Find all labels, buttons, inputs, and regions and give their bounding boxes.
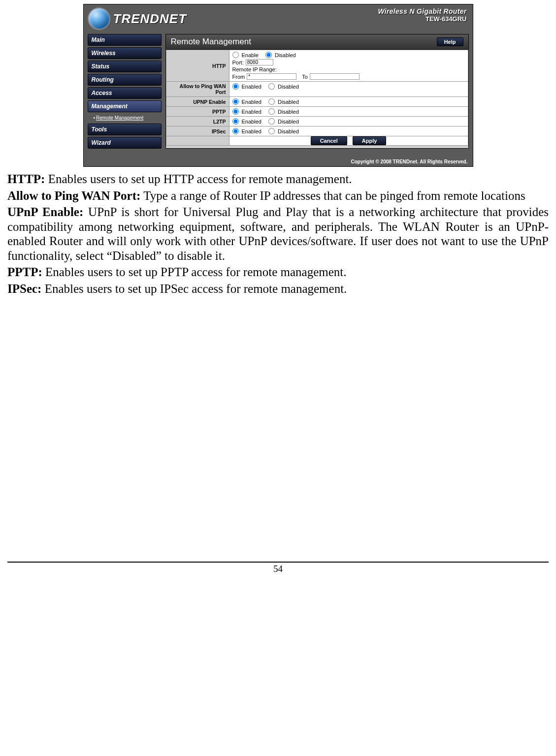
ipsec-disabled-label: Disabled	[278, 128, 299, 134]
nav-tools[interactable]: Tools	[88, 124, 162, 135]
router-screenshot: TRENDNET Wireless N Gigabit Router TEW-6…	[83, 4, 473, 167]
copyright: Copyright © 2008 TRENDnet. All Rights Re…	[84, 158, 473, 166]
nav-sub-remote[interactable]: •Remote Management	[88, 114, 162, 122]
http-enable-radio[interactable]	[232, 52, 239, 58]
nav-access[interactable]: Access	[88, 87, 162, 99]
http-port-label: Port:	[232, 60, 244, 65]
doc-ipsec-b: IPSec:	[7, 282, 41, 295]
model-block: Wireless N Gigabit Router TEW-634GRU	[378, 7, 466, 23]
doc-text: HTTP: Enables users to set up HTTP acces…	[7, 172, 549, 296]
router-header: TRENDNET Wireless N Gigabit Router TEW-6…	[84, 4, 473, 32]
brand-logo: TRENDNET	[88, 7, 187, 30]
footer-rule	[7, 562, 549, 563]
nav-main[interactable]: Main	[88, 34, 162, 46]
main-panel: Remote Management Help HTTP Enable Disab…	[165, 34, 469, 149]
http-from-label: From	[232, 74, 245, 80]
nav-sub-link[interactable]: Remote Management	[96, 115, 143, 121]
doc-pptp-t: Enables users to set up PPTP access for …	[42, 265, 347, 279]
action-row: Cancel Apply	[229, 136, 468, 146]
nav-wizard[interactable]: Wizard	[88, 137, 162, 149]
ipsec-enabled-label: Enabled	[242, 128, 262, 134]
pptp-enabled-radio[interactable]	[232, 108, 239, 115]
http-from-input[interactable]	[247, 73, 296, 80]
panel-title: Remote Management	[171, 37, 251, 47]
nav-wireless[interactable]: Wireless	[88, 47, 162, 59]
row-http-label: HTTP	[166, 50, 229, 82]
row-ipsec-label: IPSec	[166, 126, 229, 136]
doc-upnp-b: UPnP Enable:	[7, 205, 83, 219]
model-title: Wireless N Gigabit Router	[378, 7, 466, 15]
row-pptp-label: PPTP	[166, 107, 229, 117]
row-http-controls: Enable Disabled Port: Remote IP Range: F…	[229, 50, 468, 82]
http-to-input[interactable]	[310, 73, 360, 80]
apply-button[interactable]: Apply	[353, 136, 387, 145]
l2tp-disabled-label: Disabled	[278, 119, 299, 125]
http-to-label: To	[302, 74, 308, 80]
brand-orb-icon	[88, 7, 110, 30]
http-disabled-radio[interactable]	[265, 52, 272, 58]
ping-enabled-label: Enabled	[242, 84, 262, 90]
row-actions-spacer	[166, 136, 229, 146]
doc-ping-t: Type a range of Router IP addresses that…	[140, 189, 525, 202]
doc-http-t: Enables users to set up HTTP access for …	[45, 172, 352, 186]
upnp-enabled-label: Enabled	[242, 99, 262, 105]
upnp-disabled-label: Disabled	[278, 99, 299, 105]
ping-disabled-label: Disabled	[278, 84, 299, 90]
doc-pptp-b: PPTP:	[7, 265, 42, 279]
model-sub: TEW-634GRU	[378, 15, 466, 23]
doc-ipsec-t: Enables users to set up IPSec access for…	[41, 282, 347, 295]
pptp-disabled-radio[interactable]	[268, 108, 275, 115]
ipsec-disabled-radio[interactable]	[268, 128, 275, 134]
doc-upnp-t: UPnP is short for Universal Plug and Pla…	[7, 205, 549, 262]
ping-disabled-radio[interactable]	[268, 83, 275, 90]
pptp-disabled-label: Disabled	[278, 109, 299, 115]
http-enable-label: Enable	[242, 52, 259, 58]
help-button[interactable]: Help	[437, 37, 463, 46]
doc-http-b: HTTP:	[7, 172, 45, 186]
cancel-button[interactable]: Cancel	[311, 136, 347, 145]
ipsec-enabled-radio[interactable]	[232, 128, 239, 134]
page-number: 54	[7, 564, 549, 574]
pptp-enabled-label: Enabled	[242, 109, 262, 115]
settings-table: HTTP Enable Disabled Port: Re	[166, 50, 468, 146]
panel-title-bar: Remote Management Help	[166, 34, 468, 50]
l2tp-enabled-label: Enabled	[242, 119, 262, 125]
doc-ping-b: Allow to Ping WAN Port:	[7, 189, 140, 202]
l2tp-enabled-radio[interactable]	[232, 118, 239, 125]
l2tp-disabled-radio[interactable]	[268, 118, 275, 125]
nav-sidebar: Main Wireless Status Routing Access Mana…	[88, 34, 162, 149]
upnp-disabled-radio[interactable]	[268, 98, 275, 105]
nav-routing[interactable]: Routing	[88, 74, 162, 86]
http-port-input[interactable]	[246, 59, 273, 65]
row-l2tp-label: L2TP	[166, 117, 229, 126]
nav-status[interactable]: Status	[88, 61, 162, 72]
nav-management[interactable]: Management	[88, 100, 162, 112]
ping-enabled-radio[interactable]	[232, 83, 239, 90]
row-ping-label: Allow to Ping WAN Port	[166, 82, 229, 97]
http-disabled-label: Disabled	[275, 52, 296, 58]
http-range-label: Remote IP Range:	[232, 66, 465, 72]
brand-text: TRENDNET	[113, 11, 187, 27]
row-upnp-label: UPNP Enable	[166, 97, 229, 107]
upnp-enabled-radio[interactable]	[232, 98, 239, 105]
